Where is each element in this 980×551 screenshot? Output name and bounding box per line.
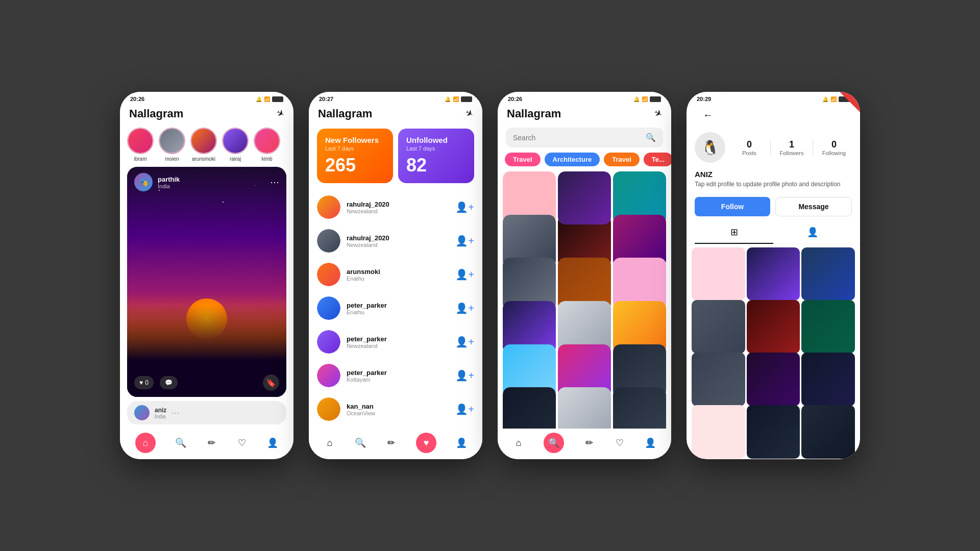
nav-heart-active-2[interactable]: ♥	[416, 433, 436, 453]
follower-avatar-3	[317, 263, 340, 286]
follower-location-1: Newzealand	[347, 208, 449, 214]
bookmark-button[interactable]: 🔖	[263, 374, 279, 391]
nav-home-2[interactable]: ⌂	[324, 437, 335, 448]
follower-item[interactable]: rahulraj_2020 Newzealand 👤+	[309, 190, 482, 224]
profile-grid-item-3[interactable]	[801, 247, 855, 301]
like-button[interactable]: ♥ 0	[134, 376, 154, 389]
follower-avatar-4	[317, 296, 340, 320]
story-avatar-ibram	[127, 128, 154, 154]
chip-travel-2[interactable]: Travel	[604, 153, 640, 166]
profile-grid-item-9[interactable]	[801, 353, 855, 406]
profile-grid-item-11[interactable]	[747, 405, 800, 459]
story-label-arunsmoki: arunsmoki	[192, 156, 215, 162]
follower-avatar-5	[317, 330, 340, 354]
post-overlay-bottom: ♥ 0 💬 🔖	[127, 368, 286, 397]
profile-grid-item-6[interactable]	[801, 300, 855, 354]
nav-home-3[interactable]: ⌂	[513, 437, 524, 448]
star	[223, 202, 224, 203]
follow-button[interactable]: Follow	[695, 197, 770, 216]
profile-stats: 0 Posts 1 Followers 0 Following	[731, 139, 852, 156]
add-user-icon-1[interactable]: 👤+	[455, 201, 474, 213]
stats-cards: New Followers Last 7 days 265 Unfollowed…	[309, 126, 482, 190]
profile-grid-item-7[interactable]	[692, 353, 745, 406]
send-icon-3[interactable]: ✈	[652, 107, 665, 121]
comment-location: India	[155, 414, 166, 419]
post-actions: ♥ 0 💬	[134, 376, 178, 389]
nav-edit-3[interactable]: ✏	[583, 437, 595, 448]
story-label-ibram: ibram	[134, 156, 146, 162]
search-active-button[interactable]: 🔍	[544, 433, 564, 453]
status-time-2: 20:27	[319, 96, 333, 102]
unfollowed-count: 82	[406, 155, 466, 176]
back-button[interactable]: ←	[695, 107, 721, 123]
tab-grid[interactable]: ⊞	[695, 221, 773, 244]
profile-grid-item-1[interactable]	[692, 247, 745, 301]
profile-grid-item-12[interactable]	[801, 405, 855, 459]
profile-grid-item-2[interactable]	[747, 247, 800, 301]
follower-item[interactable]: peter_parker Kottayam 👤+	[309, 359, 482, 392]
status-bar-2: 20:27 🔔 📶	[309, 92, 482, 104]
grid-image-16[interactable]	[503, 387, 556, 429]
comment-bar[interactable]: aniz India ⋯	[127, 401, 286, 424]
profile-grid-item-8[interactable]	[747, 353, 800, 406]
nav-heart[interactable]: ♡	[236, 437, 248, 448]
nav-profile-2[interactable]: 👤	[456, 437, 467, 448]
add-user-icon-3[interactable]: 👤+	[455, 268, 474, 281]
profile-grid-item-10[interactable]	[692, 405, 745, 459]
post-user-text: parthik India	[158, 176, 180, 189]
follower-item[interactable]: arunsmoki Enathu 👤+	[309, 258, 482, 291]
add-user-icon-6[interactable]: 👤+	[455, 369, 474, 382]
chip-more[interactable]: Te...	[644, 153, 671, 166]
grid-image-17[interactable]	[558, 387, 611, 429]
phone2-nav-bar: ⌂ 🔍 ✏ ♥ 👤	[309, 429, 482, 459]
story-item[interactable]: kimb	[254, 128, 280, 162]
follower-item[interactable]: peter_parker Newzealand 👤+	[309, 325, 482, 359]
search-input[interactable]	[513, 134, 642, 142]
nav-search-active-3[interactable]: 🔍	[544, 433, 564, 453]
add-user-icon-5[interactable]: 👤+	[455, 336, 474, 348]
grid-image-2[interactable]	[558, 171, 611, 224]
nav-search-2[interactable]: 🔍	[355, 437, 366, 448]
follower-avatar-2	[317, 229, 340, 253]
followers-label: Followers	[779, 150, 803, 156]
message-button[interactable]: Message	[775, 197, 852, 216]
send-icon[interactable]: ✈	[275, 107, 287, 121]
profile-grid-item-4[interactable]	[692, 300, 745, 354]
follower-item[interactable]: rahulraj_2020 Newzealand 👤+	[309, 224, 482, 258]
story-item[interactable]: rairaj	[222, 128, 249, 162]
nav-home[interactable]: ⌂	[135, 433, 156, 453]
home-button[interactable]: ⌂	[135, 433, 156, 453]
comment-button[interactable]: 💬	[160, 376, 178, 389]
nav-profile-3[interactable]: 👤	[645, 437, 656, 448]
grid-image-18[interactable]	[613, 387, 666, 429]
story-item[interactable]: ibram	[127, 128, 154, 162]
tab-tagged[interactable]: 👤	[773, 221, 852, 244]
nav-search[interactable]: 🔍	[175, 437, 186, 448]
battery-icon	[272, 96, 283, 102]
profile-grid-item-5[interactable]	[747, 300, 800, 354]
edit-icon-2: ✏	[385, 437, 397, 448]
follower-item[interactable]: peter_parker Enathu 👤+	[309, 291, 482, 325]
comment-more-icon[interactable]: ⋯	[172, 408, 180, 418]
story-item[interactable]: moien	[159, 128, 185, 162]
more-options-icon[interactable]: ⋯	[270, 177, 279, 188]
profile-icon-2: 👤	[456, 437, 467, 448]
search-bar[interactable]: 🔍	[506, 128, 663, 147]
nav-profile[interactable]: 👤	[267, 437, 278, 448]
nav-heart-3[interactable]: ♡	[614, 437, 625, 448]
add-user-icon-7[interactable]: 👤+	[455, 403, 474, 415]
nav-edit-2[interactable]: ✏	[385, 437, 397, 448]
search-active-icon: 🔍	[548, 437, 559, 448]
chip-travel-1[interactable]: Travel	[505, 153, 541, 166]
chip-architecture[interactable]: Architecture	[545, 153, 600, 166]
phone2-title: Nallagram	[318, 107, 372, 120]
profile-name: ANIZ	[695, 170, 852, 179]
heart-active-button[interactable]: ♥	[416, 433, 436, 453]
add-user-icon-4[interactable]: 👤+	[455, 302, 474, 314]
add-user-icon-2[interactable]: 👤+	[455, 235, 474, 247]
nav-edit[interactable]: ✏	[206, 437, 217, 448]
heart-icon-3: ♡	[614, 437, 625, 448]
follower-item[interactable]: kan_nan OceanView 👤+	[309, 392, 482, 426]
story-item[interactable]: arunsmoki	[190, 128, 217, 162]
send-icon-2[interactable]: ✈	[463, 107, 476, 121]
